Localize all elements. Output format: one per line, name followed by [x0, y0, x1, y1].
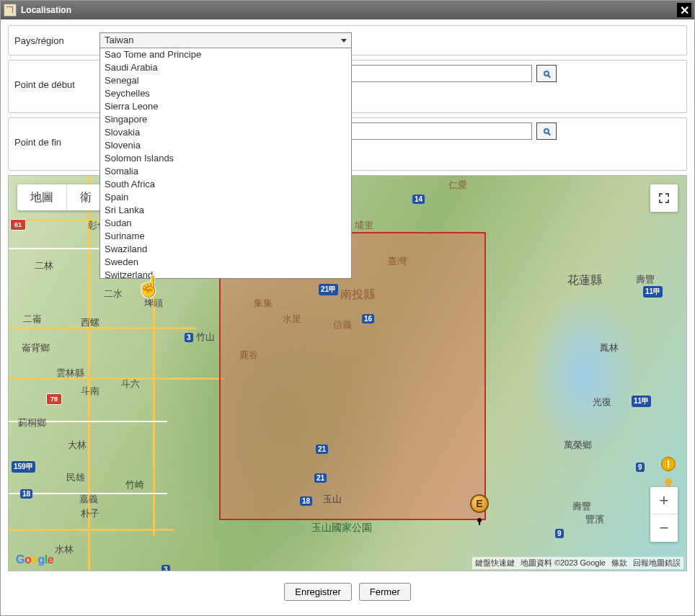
end-label: Point de fin — [14, 122, 94, 148]
marker-tail — [479, 518, 480, 525]
close-icon[interactable]: ✕ — [677, 3, 691, 17]
map-place-label: 朴子 — [81, 507, 99, 520]
dropdown-option[interactable]: Seychelles — [100, 87, 351, 100]
dropdown-option[interactable]: Solomon Islands — [100, 152, 351, 165]
hwy-badge: 9 — [636, 463, 645, 472]
country-label: Pays/région — [14, 35, 94, 46]
map-place-label: 雲林縣 — [56, 367, 84, 380]
hwy-badge: 18 — [20, 489, 32, 499]
map-place-label: 南投縣 — [340, 287, 375, 303]
hwy-badge: 18 — [300, 496, 312, 506]
map-place-label: 仁愛 — [448, 179, 467, 192]
hwy-badge: 11甲 — [643, 286, 663, 298]
map-place-label: 集集 — [254, 297, 273, 310]
marker-pin: E — [470, 494, 489, 513]
hwy-badge: 11甲 — [632, 396, 651, 407]
start-label: Point de début — [14, 65, 94, 90]
map-place-label: 竹崎 — [125, 478, 144, 491]
map-place-label: 信義 — [333, 318, 352, 331]
search-icon — [544, 71, 549, 76]
dropdown-option[interactable]: Sierra Leone — [100, 100, 351, 113]
zoom-out-button[interactable]: − — [650, 514, 678, 542]
dropdown-option[interactable]: Sweden — [100, 256, 351, 269]
content-area: Pays/région Taiwan Sao Tome and Principe… — [1, 19, 694, 615]
fullscreen-button[interactable] — [650, 184, 678, 212]
hwy-badge: 21甲 — [319, 284, 338, 295]
hwy-badge: 159甲 — [12, 461, 35, 473]
country-select[interactable]: Taiwan Sao Tome and PrincipeSaudi Arabia… — [99, 32, 352, 48]
map-place-label: 水里 — [283, 313, 301, 326]
end-marker[interactable]: E — [470, 494, 489, 519]
window-title: Localisation — [21, 5, 71, 15]
dropdown-option[interactable]: Sri Lanka — [100, 204, 351, 217]
map-place-label: 二林 — [35, 259, 53, 272]
attrib-data: 地圖資料 ©2023 Google — [521, 558, 606, 568]
map-place-label: 萬榮鄉 — [564, 439, 592, 452]
app-icon — [4, 4, 17, 17]
close-button[interactable]: Fermer — [359, 583, 411, 601]
map-place-label: 斗南 — [81, 385, 99, 398]
map-place-label: 壽豐 — [572, 500, 591, 513]
map-place-label: 玉山 — [323, 493, 342, 506]
map-place-label: 埤頭 — [144, 297, 163, 310]
dropdown-option[interactable]: Suriname — [100, 230, 351, 243]
attrib-report[interactable]: 回報地圖錯誤 — [633, 558, 681, 568]
map-place-label: 臺灣 — [388, 255, 407, 268]
map-place-label: 西螺 — [81, 316, 99, 329]
map-attribution: 鍵盤快速鍵 地圖資料 ©2023 Google 條款 回報地圖錯誤 — [472, 557, 683, 569]
hwy-badge: 3 — [185, 333, 193, 342]
dropdown-option[interactable]: Sudan — [100, 217, 351, 230]
map-place-label: 壽豐 — [636, 273, 655, 286]
map-place-label: 崙背鄉 — [22, 342, 50, 354]
footer-buttons: Enregistrer Fermer — [8, 576, 687, 610]
hwy-badge: 9 — [555, 529, 564, 538]
hwy-shield: 61 — [10, 219, 26, 231]
map-place-label: 鳳林 — [600, 342, 619, 354]
dropdown-option[interactable]: Senegal — [100, 74, 351, 87]
dropdown-option[interactable]: Sao Tome and Principe — [100, 48, 351, 61]
map-place-label: 鹿谷 — [239, 349, 258, 362]
end-address-search-button[interactable] — [536, 122, 557, 140]
dropdown-option[interactable]: Slovenia — [100, 139, 351, 152]
map-place-label: 花蓮縣 — [567, 273, 602, 288]
map-place-label: 光復 — [593, 396, 611, 409]
titlebar: Localisation ✕ — [1, 1, 694, 19]
map-place-label: 民雄 — [66, 471, 85, 484]
map-place-label: 水林 — [55, 543, 74, 556]
hwy-badge: 16 — [362, 314, 374, 323]
warning-badge[interactable]: ! — [661, 457, 676, 471]
country-group: Pays/région Taiwan Sao Tome and Principe… — [8, 25, 687, 55]
country-select-display[interactable]: Taiwan — [99, 32, 352, 48]
tab-map[interactable]: 地圖 — [17, 184, 67, 210]
dropdown-option[interactable]: South Africa — [100, 178, 351, 191]
hwy-badge: 21 — [314, 473, 327, 483]
attrib-terms[interactable]: 條款 — [611, 558, 627, 568]
hwy-badge: 3 — [161, 565, 170, 571]
map-place-label: 莿桐鄉 — [18, 416, 46, 429]
map-place-label: 二水 — [104, 287, 123, 300]
zoom-in-button[interactable]: + — [650, 487, 678, 514]
map-place-label: 竹山 — [196, 331, 215, 344]
dropdown-option[interactable]: Swaziland — [100, 243, 351, 256]
map-place-label: 豐濱 — [585, 513, 604, 526]
dropdown-option[interactable]: Somalia — [100, 165, 351, 178]
dropdown-option[interactable]: Slovakia — [100, 126, 351, 139]
map-place-label: 嘉義 — [79, 493, 98, 506]
save-button[interactable]: Enregistrer — [284, 583, 352, 601]
hwy-badge: 21 — [316, 445, 328, 454]
country-dropdown[interactable]: Sao Tome and PrincipeSaudi ArabiaSenegal… — [99, 48, 352, 279]
google-logo: Google — [16, 553, 53, 566]
dropdown-option[interactable]: Switzerland — [100, 269, 351, 279]
attrib-shortcuts[interactable]: 鍵盤快速鍵 — [475, 558, 515, 568]
localisation-dialog: Localisation ✕ Pays/région Taiwan Sao To… — [0, 0, 695, 616]
dropdown-option[interactable]: Singapore — [100, 113, 351, 126]
fullscreen-icon — [658, 192, 670, 204]
map-place-label: 二崙 — [23, 313, 42, 326]
map-place-label: 斗六 — [121, 378, 140, 390]
start-address-search-button[interactable] — [536, 65, 557, 82]
zoom-control: + − — [650, 487, 678, 542]
dropdown-option[interactable]: Saudi Arabia — [100, 61, 351, 74]
map-type-tabs: 地圖 衛 — [17, 184, 105, 210]
hwy-badge: 14 — [412, 195, 425, 204]
dropdown-option[interactable]: Spain — [100, 191, 351, 204]
